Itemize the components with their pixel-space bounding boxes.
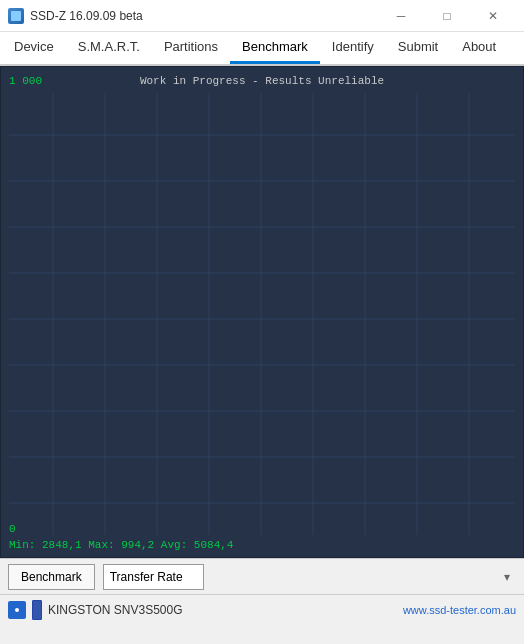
title-bar-text: SSD-Z 16.09.09 beta	[30, 9, 378, 23]
transfer-rate-select[interactable]: Transfer Rate Access Time IOPS	[103, 564, 204, 590]
drive-name: KINGSTON SNV3S500G	[48, 603, 183, 617]
title-bar-controls: ─ □ ✕	[378, 0, 516, 32]
chart-grid	[1, 67, 523, 557]
chart-title: Work in Progress - Results Unreliable	[140, 75, 384, 87]
close-button[interactable]: ✕	[470, 0, 516, 32]
chart-stats: Min: 2848,1 Max: 994,2 Avg: 5084,4	[9, 539, 233, 551]
maximize-button[interactable]: □	[424, 0, 470, 32]
menu-benchmark[interactable]: Benchmark	[230, 32, 320, 64]
menu-partitions[interactable]: Partitions	[152, 32, 230, 64]
menu-identify[interactable]: Identify	[320, 32, 386, 64]
status-indicator	[32, 600, 42, 620]
menu-submit[interactable]: Submit	[386, 32, 450, 64]
app-icon	[8, 8, 24, 24]
website-url: www.ssd-tester.com.au	[403, 604, 516, 616]
benchmark-button[interactable]: Benchmark	[8, 564, 95, 590]
chart-top-label: 1 000	[9, 75, 42, 87]
bottom-toolbar: Benchmark Transfer Rate Access Time IOPS	[0, 558, 524, 594]
menu-device[interactable]: Device	[2, 32, 66, 64]
chart-area: 1 000 Work in Progress - Results Unrelia…	[0, 66, 524, 558]
ssd-icon	[8, 601, 26, 619]
chart-bottom-label: 0	[9, 523, 16, 535]
menu-about[interactable]: About	[450, 32, 508, 64]
title-bar: SSD-Z 16.09.09 beta ─ □ ✕	[0, 0, 524, 32]
menu-bar: Device S.M.A.R.T. Partitions Benchmark I…	[0, 32, 524, 66]
status-bar: KINGSTON SNV3S500G www.ssd-tester.com.au	[0, 594, 524, 624]
minimize-button[interactable]: ─	[378, 0, 424, 32]
menu-smart[interactable]: S.M.A.R.T.	[66, 32, 152, 64]
transfer-select-wrapper: Transfer Rate Access Time IOPS	[103, 564, 516, 590]
